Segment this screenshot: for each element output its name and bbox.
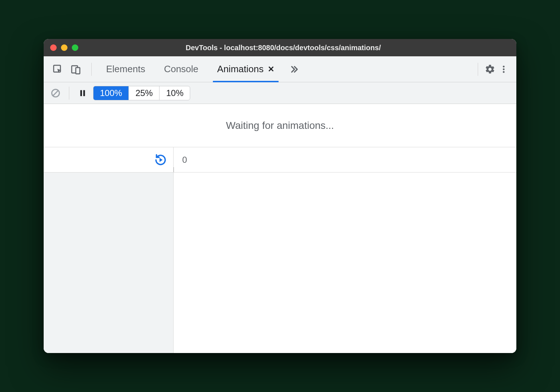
svg-point-3 [503, 65, 505, 67]
svg-marker-10 [159, 158, 163, 162]
devtools-window: DevTools - localhost:8080/docs/devtools/… [44, 39, 516, 353]
tab-animations[interactable]: Animations ✕ [208, 56, 284, 82]
separator [69, 87, 69, 100]
window-minimize-button[interactable] [61, 44, 67, 51]
speed-25-button[interactable]: 25% [129, 86, 159, 100]
timeline-header: 0 [44, 147, 516, 173]
timeline-controls [44, 147, 174, 172]
pause-icon [79, 89, 87, 97]
close-icon[interactable]: ✕ [268, 65, 274, 74]
status-message: Waiting for animations... [44, 104, 516, 147]
speed-100-button[interactable]: 100% [93, 86, 129, 100]
svg-rect-0 [54, 65, 61, 72]
animation-list-pane [44, 173, 174, 353]
timeline-pane[interactable] [174, 173, 516, 353]
speed-10-button[interactable]: 10% [159, 86, 190, 100]
device-toggle-icon[interactable] [69, 62, 83, 76]
tab-elements[interactable]: Elements [97, 56, 154, 82]
chevron-right-double-icon [289, 65, 299, 74]
window-title: DevTools - localhost:8080/docs/devtools/… [78, 44, 510, 52]
clear-button[interactable] [49, 86, 62, 100]
svg-rect-2 [76, 67, 80, 74]
svg-point-5 [503, 71, 505, 73]
separator [91, 63, 92, 76]
svg-point-4 [503, 68, 505, 70]
devtools-tabbar: Elements Console Animations ✕ [44, 56, 516, 82]
tabbar-left-icons [47, 56, 86, 82]
pause-button[interactable] [76, 86, 89, 100]
tabbar-right-icons [473, 56, 513, 82]
clear-icon [51, 88, 61, 98]
titlebar: DevTools - localhost:8080/docs/devtools/… [44, 39, 516, 56]
replay-button[interactable] [154, 154, 167, 166]
gear-icon [485, 64, 495, 75]
window-close-button[interactable] [50, 44, 57, 51]
tab-label: Animations [217, 64, 264, 75]
playback-speed-group: 100% 25% 10% [93, 86, 190, 100]
svg-rect-9 [83, 90, 85, 96]
svg-rect-8 [80, 90, 82, 96]
kebab-icon [499, 65, 508, 74]
svg-line-7 [53, 91, 58, 96]
separator [478, 63, 478, 76]
inspect-element-icon[interactable] [51, 62, 65, 76]
traffic-lights [50, 44, 78, 51]
timeline-content [44, 173, 516, 353]
settings-button[interactable] [483, 62, 497, 76]
tab-label: Console [164, 64, 198, 75]
tab-label: Elements [106, 64, 145, 75]
more-tabs-button[interactable] [284, 56, 305, 82]
timeline-tick [174, 167, 174, 172]
window-maximize-button[interactable] [72, 44, 78, 51]
tabs: Elements Console Animations ✕ [97, 56, 305, 82]
timeline-start-label: 0 [174, 155, 187, 165]
animations-toolbar: 100% 25% 10% [44, 82, 516, 104]
more-menu-button[interactable] [497, 62, 511, 76]
tab-console[interactable]: Console [154, 56, 207, 82]
replay-icon [154, 154, 167, 166]
